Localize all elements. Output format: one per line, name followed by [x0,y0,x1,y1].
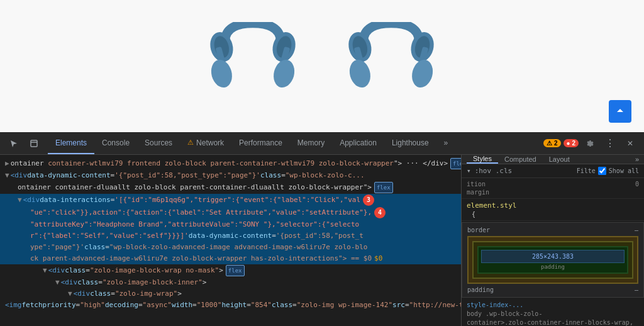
tab-memory[interactable]: Memory [290,132,332,154]
box-border-layer: 285×243.383 padding [472,241,633,279]
html-line-5[interactable]: "ue":"click"}},action":{"action":{"label… [0,206,461,219]
html-line-3[interactable]: ontainer container-dluaallt zolo-block p… [0,181,461,194]
styles-tab-layout[interactable]: Layout [543,155,576,164]
devtools-main: ▶ ontainer container-wtlmvi79 frontend z… [0,155,644,326]
cursor-icon-btn[interactable] [5,135,23,152]
style-index-selector-2: container>.zolo-container-inner-blocks-w… [467,319,633,326]
tab-performance-label: Performance [239,138,282,147]
html-line-13[interactable]: <img fetchpriority="high" decoding="asyn… [0,300,461,311]
elements-panel[interactable]: ▶ ontainer container-wtlmvi79 frontend z… [0,155,462,326]
tab-memory-label: Memory [297,138,325,147]
styles-tab-styles-label: Styles [473,155,492,162]
dots-icon: ⋮ [605,138,615,149]
attr-class-val-8: "wp-block-zolo-advanced-image advanced-i… [109,242,368,252]
attr-class-13: class [272,300,292,310]
collapse-arrow-2[interactable]: ▼ [5,171,9,181]
html-line-10[interactable]: ▼ <div class="zolo-image-block-wrap no-m… [0,264,461,277]
show-all-checkbox[interactable] [598,167,606,175]
collapse-arrow-10[interactable]: ▼ [43,266,47,276]
tab-application[interactable]: Application [332,132,384,154]
collapse-arrow-1[interactable]: ▶ [5,159,9,169]
num-badge-4: 4 [374,207,386,218]
html-line-8[interactable]: ype":"page"}' class="wp-block-zolo-advan… [0,242,461,253]
attr-h-13: height [221,300,247,310]
tag-img-13: <img [5,300,22,310]
box-margin-layer: 285×243.383 padding [467,236,638,284]
tab-network[interactable]: ⚠ Network [180,132,231,154]
num-badge-3: 3 [363,194,374,206]
html-line-12[interactable]: ▼ <div class="zolo-img-wrap"> [0,288,461,300]
tab-sources[interactable]: Sources [137,132,180,154]
collapse-arrow-12[interactable]: ▼ [68,289,72,299]
tab-performance[interactable]: Performance [231,132,290,154]
attr-class-val-10: "zolo-image-block-wrap no-mask" [90,266,219,276]
tab-lighthouse[interactable]: Lighthouse [384,132,436,154]
styles-tab-styles[interactable]: Styles [467,155,498,164]
tab-more[interactable]: » [436,132,456,154]
inspect-icon-btn[interactable] [25,135,43,152]
line-text-5: "ue":"click"}},action":{"action":{"label… [30,208,372,218]
attr-ddc-7: data-dynamic-content [189,231,272,241]
selected-marker: $0 [374,254,382,264]
network-warning-icon: ⚠ [187,138,194,147]
svg-point-15 [409,57,436,90]
tab-elements[interactable]: Elements [48,132,94,154]
headphone-left [203,22,303,110]
settings-icon-btn[interactable] [581,135,599,152]
svg-point-6 [208,57,235,90]
line-text-9: ck parent-advanced-image-w6liru7e zolo-b… [30,254,372,264]
page-preview [0,0,644,132]
style-index-selector-1: body .wp-block-zolo- [467,310,542,317]
tab-console[interactable]: Console [94,132,137,154]
headphones-container [203,22,441,110]
css-rule-style-index: style-index-... body .wp-block-zolo- con… [462,299,644,326]
svg-point-14 [347,57,374,90]
toolbar-left [0,135,48,152]
close-devtools-btn[interactable]: ✕ [621,135,639,152]
tag-div-2: <div [11,171,28,181]
padding-val: — [635,286,638,293]
attr-w-val-13: "1000" [197,300,222,310]
css-rule-element-style: element.styl { [462,199,644,221]
tab-lighthouse-label: Lighthouse [392,138,429,147]
styles-panel-tabs: Styles Computed Layout » [462,155,644,164]
html-line-6[interactable]: "attributeKey":"Headphone Brand","attrib… [0,219,461,230]
box-content-area: 285×243.383 [481,250,625,263]
html-line-2[interactable]: ▼ <div data-dynamic-content='{"post_id":… [0,170,461,181]
collapse-arrow-11[interactable]: ▼ [55,278,60,288]
elements-content[interactable]: ▶ ontainer container-wtlmvi79 frontend z… [0,155,461,326]
attr-class-val-12: "zolo-img-wrap" [115,289,177,299]
more-options-btn[interactable]: ⋮ [601,135,619,152]
attr-fp-13: fetchpriority [22,300,76,310]
tab-sources-label: Sources [145,138,172,147]
collapse-arrow-4[interactable]: ▼ [18,195,22,205]
tab-console-label: Console [102,138,130,147]
attr-src-13: src [392,300,405,310]
line-text-1: ontainer container-wtlmvi79 frontend zol… [11,159,448,169]
tab-application-label: Application [340,138,377,147]
tab-elements-label: Elements [55,138,87,147]
attr-class-val-2: "wp-block-zolo-c... [286,171,365,181]
html-line-4[interactable]: ▼ <div data-interactions='[{"id":"m6p1qq… [0,194,461,206]
svg-rect-16 [31,140,37,147]
flex-badge-1: flex [450,158,461,169]
tag-div-10: <div [48,266,65,276]
tab-more-label: » [444,138,448,147]
filter-label: Filte [577,167,596,174]
attr-class-11: class [77,278,98,288]
html-line-11[interactable]: ▼ <div class="zolo-image-block-inner"> [0,277,461,288]
attr-class-val-11: "zolo-image-block-inner" [103,278,203,288]
filter-bar: ▾ :hov .cls Filte Show all [462,164,644,178]
html-line-1[interactable]: ▶ ontainer container-wtlmvi79 frontend z… [0,157,461,170]
styles-tab-computed[interactable]: Computed [498,155,543,164]
headphone-right [341,22,441,110]
style-source-label: style-index-... [467,301,639,308]
html-line-9[interactable]: ck parent-advanced-image-w6liru7e zolo-b… [0,253,461,264]
scroll-to-top-button[interactable] [609,100,631,123]
attr-dec-val-13: "async" [143,300,172,310]
tag-div-11: <div [61,278,78,288]
styles-content[interactable]: ▾ :hov .cls Filte Show all ition 0 [462,164,644,326]
html-line-7[interactable]: r":{"label":"Self","value":"self"}}}]' d… [0,230,461,242]
border-val: — [635,227,638,233]
styles-tab-computed-label: Computed [504,155,536,163]
